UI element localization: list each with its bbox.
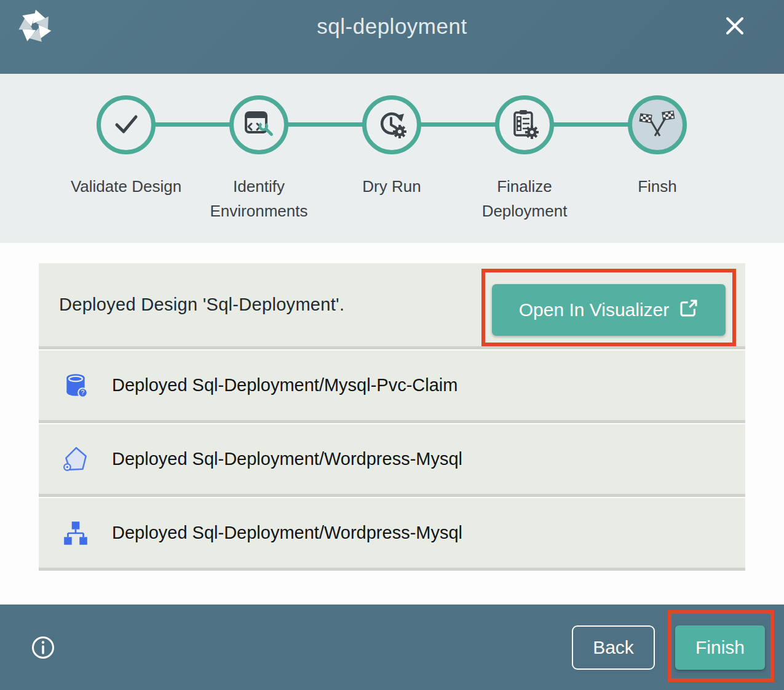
checkered-flags-icon: [639, 105, 676, 145]
clipboard-gear-icon: [507, 106, 542, 143]
check-icon: [110, 108, 142, 142]
back-button[interactable]: Back: [572, 625, 655, 670]
deployed-design-message: Deployed Design 'Sql-Deployment'.: [59, 295, 344, 315]
result-row-wordpress-mysql-1: Deployed Sql-Deployment/Wordpress-Mysql: [39, 424, 745, 497]
step-circle: [97, 95, 156, 154]
deployment-stepper: Validate Design Ident: [0, 74, 784, 243]
step-dry-run: Dry Run: [325, 74, 458, 223]
code-tools-icon: [242, 106, 276, 143]
step-label: Validate Design: [65, 174, 188, 199]
step-label: Finsh: [596, 174, 719, 199]
step-circle: [229, 95, 288, 154]
deployment-results: Deployed Design 'Sql-Deployment'. Open I…: [0, 243, 784, 605]
info-circle-icon[interactable]: [31, 635, 55, 660]
step-label: Finalize Deployment: [463, 174, 586, 223]
finish-button[interactable]: Finish: [675, 625, 765, 670]
result-row-wordpress-mysql-2: Deployed Sql-Deployment/Wordpress-Mysql: [39, 498, 745, 571]
dry-run-sync-gear-icon: [374, 106, 409, 143]
modal-header: sql-deployment: [0, 0, 784, 74]
step-validate-design: Validate Design: [60, 74, 192, 223]
step-finish: Finsh: [591, 74, 724, 223]
hierarchy-icon: [61, 519, 90, 547]
step-circle: [362, 95, 421, 154]
database-icon: ?: [61, 371, 90, 400]
step-identify-environments: Identify Environments: [192, 74, 325, 223]
result-row-text: Deployed Sql-Deployment/Wordpress-Mysql: [112, 523, 462, 543]
result-row-text: Deployed Sql-Deployment/Wordpress-Mysql: [112, 449, 462, 469]
external-link-icon: [679, 298, 699, 322]
step-label: Dry Run: [330, 174, 453, 199]
step-label: Identify Environments: [197, 174, 320, 223]
step-finalize-deployment: Finalize Deployment: [458, 74, 591, 223]
result-row-pvc-claim: ? Deployed Sql-Deployment/Mysql-Pvc-Clai…: [39, 351, 745, 423]
modal-footer: Back Finish: [0, 605, 784, 690]
close-x-icon[interactable]: [721, 12, 748, 39]
deployed-design-row: Deployed Design 'Sql-Deployment'. Open I…: [39, 263, 745, 349]
pentagon-component-icon: [61, 445, 90, 474]
open-in-visualizer-button[interactable]: Open In Visualizer: [492, 284, 726, 336]
svg-text:?: ?: [81, 389, 85, 396]
result-row-text: Deployed Sql-Deployment/Mysql-Pvc-Claim: [112, 375, 457, 395]
modal-title: sql-deployment: [0, 0, 784, 53]
open-in-visualizer-label: Open In Visualizer: [519, 299, 670, 320]
step-circle-active: [628, 95, 687, 154]
step-circle: [495, 95, 554, 154]
